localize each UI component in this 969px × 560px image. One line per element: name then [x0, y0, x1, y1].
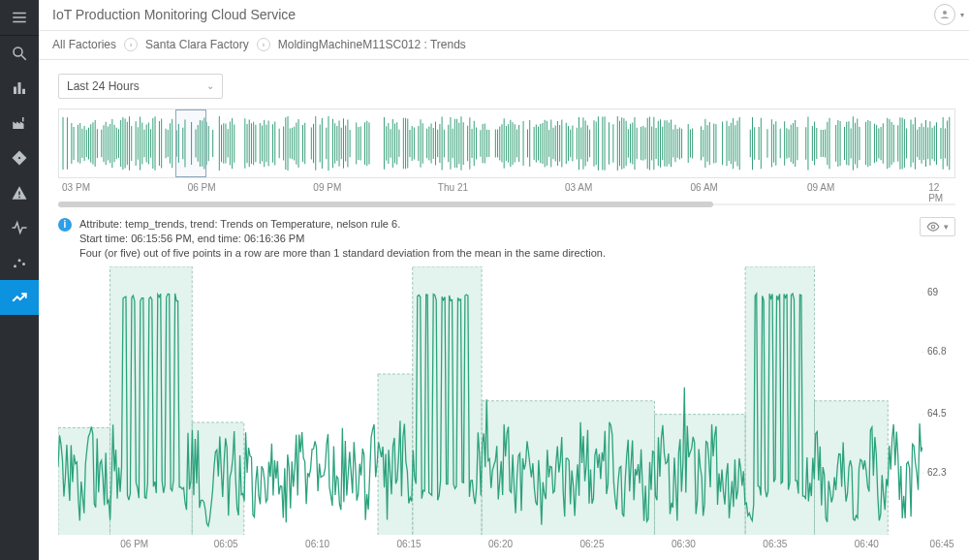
x-axis: 06 PM06:0506:1006:1506:2006:2506:3006:35… [58, 539, 955, 556]
svg-rect-11 [18, 197, 20, 199]
svg-line-4 [21, 55, 26, 60]
overview-scrollbar[interactable] [58, 202, 955, 207]
time-range-label: Last 24 Hours [67, 79, 140, 93]
bar-chart-icon[interactable] [0, 71, 39, 106]
scatter-icon[interactable] [0, 245, 39, 280]
search-icon[interactable] [0, 36, 39, 71]
svg-point-16 [931, 225, 935, 229]
factory-icon[interactable] [0, 106, 39, 140]
overview-x-axis: 03 PM06 PM09 PMThu 2103 AM06 AM09 AM12 P… [58, 182, 955, 200]
svg-rect-7 [22, 89, 25, 94]
breadcrumb: All Factories › Santa Clara Factory › Mo… [39, 31, 969, 60]
breadcrumb-factory[interactable]: Santa Clara Factory [145, 38, 249, 51]
menu-icon[interactable] [0, 0, 39, 35]
chevron-down-icon: ▾ [944, 222, 949, 232]
time-range-select[interactable]: Last 24 Hours ⌄ [58, 74, 223, 99]
breadcrumb-current: MoldingMachineM11SC012 : Trends [278, 38, 466, 51]
svg-rect-17 [58, 427, 110, 535]
app-title: IoT Production Monitoring Cloud Service [52, 7, 296, 22]
sidebar [0, 0, 39, 560]
svg-point-12 [14, 264, 16, 267]
svg-rect-8 [22, 117, 24, 122]
svg-rect-5 [14, 87, 16, 95]
chevron-down-icon: ⌄ [206, 80, 214, 91]
info-icon: i [58, 218, 72, 232]
visibility-toggle-button[interactable]: ▾ [920, 217, 955, 236]
chevron-right-icon: › [257, 38, 270, 51]
svg-point-13 [18, 259, 21, 262]
pulse-icon[interactable] [0, 210, 39, 245]
overview-chart[interactable] [58, 109, 955, 178]
main-chart[interactable] [58, 266, 922, 536]
svg-point-14 [22, 263, 25, 265]
breadcrumb-all-factories[interactable]: All Factories [52, 38, 116, 51]
svg-point-9 [18, 157, 20, 159]
time-brush-handle[interactable] [175, 109, 206, 177]
y-axis: 6966.864.562.3 [922, 266, 955, 536]
user-menu-button[interactable]: ▾ [934, 4, 955, 25]
svg-rect-6 [18, 82, 21, 94]
topbar: IoT Production Monitoring Cloud Service … [39, 0, 969, 31]
trends-icon[interactable] [0, 280, 39, 315]
alert-banner-text: Attribute: temp_trends, trend: Trends on… [79, 217, 920, 261]
chevron-right-icon: › [124, 38, 138, 51]
warning-icon[interactable] [0, 175, 39, 210]
svg-point-3 [14, 47, 22, 56]
diamond-alert-icon[interactable] [0, 140, 39, 175]
svg-point-15 [943, 11, 947, 15]
svg-rect-10 [18, 192, 20, 196]
svg-rect-23 [654, 414, 745, 535]
